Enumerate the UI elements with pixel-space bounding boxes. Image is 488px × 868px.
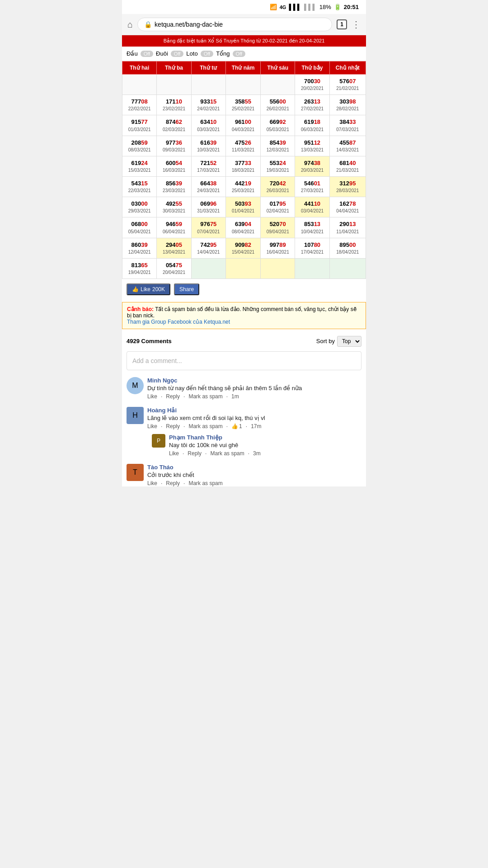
number-suffix: 12 xyxy=(314,139,320,146)
number-prefix: 854 xyxy=(270,139,280,146)
spam-action[interactable]: Mark as spam xyxy=(210,450,244,457)
table-cell: 9978916/04/2021 xyxy=(261,238,295,258)
toggle-dau-btn[interactable]: Off xyxy=(141,51,153,57)
home-icon[interactable]: ⌂ xyxy=(127,19,133,30)
comment-actions: Like · Reply · Mark as spam · 👍1 · 17m xyxy=(147,423,361,429)
cell-date: 26/03/2021 xyxy=(262,188,293,194)
table-cell xyxy=(261,258,295,278)
table-cell: 7215217/03/2021 xyxy=(191,156,225,176)
toggle-duoi-btn[interactable]: Off xyxy=(171,51,183,57)
number-suffix: 38 xyxy=(210,180,216,187)
share-button[interactable]: Share xyxy=(174,283,199,295)
commenter-name[interactable]: Tào Tháo xyxy=(147,464,361,471)
avatar: H xyxy=(127,407,144,424)
cell-date: 24/02/2021 xyxy=(193,106,224,112)
like-action[interactable]: Like xyxy=(147,480,157,486)
reply-action[interactable]: Reply xyxy=(166,423,180,429)
url-bar[interactable]: 🔒 ketqua.net/bang-dac-bie xyxy=(137,18,332,31)
cell-date: 27/03/2021 xyxy=(296,188,328,194)
table-cell: 9767507/04/2021 xyxy=(191,217,225,238)
like-action[interactable]: Like xyxy=(147,423,157,429)
sort-select[interactable]: Top xyxy=(337,336,361,347)
cell-date: 05/04/2021 xyxy=(124,229,155,235)
like-label: Like xyxy=(141,286,150,292)
table-cell xyxy=(191,258,225,278)
spam-action[interactable]: Mark as spam xyxy=(188,423,222,429)
comment-text: Lãng lẽ vào xem cmt rồi đi soi lại kq, t… xyxy=(147,415,361,421)
number-suffix: 07 xyxy=(349,78,356,85)
lock-icon: 🔒 xyxy=(144,21,152,28)
comment-actions: Like · Reply · Mark as spam · 1m xyxy=(147,393,361,400)
number-suffix: 10 xyxy=(210,118,216,125)
number-prefix: 974 xyxy=(304,160,314,166)
comment-input[interactable]: Add a comment... xyxy=(127,351,361,370)
number-prefix: 860 xyxy=(131,241,141,248)
number-suffix: 95 xyxy=(349,180,356,187)
table-cell: 9743820/03/2021 xyxy=(295,156,329,176)
cell-date: 10/04/2021 xyxy=(296,229,328,235)
cell-date: 14/04/2021 xyxy=(193,249,224,255)
table-cell: 6699205/03/2021 xyxy=(261,115,295,136)
reply-action[interactable]: Reply xyxy=(166,480,180,486)
table-cell: 4421925/03/2021 xyxy=(225,176,260,197)
table-cell: 8563923/03/2021 xyxy=(157,176,191,197)
table-cell: 8746202/03/2021 xyxy=(157,115,191,136)
warning-text: Tất cả spam bán số đều là lừa đảo. Những… xyxy=(127,306,357,319)
cell-date: 09/03/2021 xyxy=(158,147,189,153)
cell-date: 15/03/2021 xyxy=(124,167,155,174)
number-prefix: 107 xyxy=(304,241,314,248)
table-cell: 5039301/04/2021 xyxy=(225,197,260,217)
menu-dots-icon[interactable]: ⋮ xyxy=(352,19,361,30)
number-suffix: 00 xyxy=(279,98,286,105)
facebook-like-button[interactable]: 👍 Like 200K xyxy=(127,283,170,295)
cell-date: 07/03/2021 xyxy=(331,127,364,133)
table-cell: 9157701/03/2021 xyxy=(122,115,157,136)
toggle-tong-btn[interactable]: Off xyxy=(233,51,245,57)
table-cell: 0547520/04/2021 xyxy=(157,258,191,278)
number-prefix: 946 xyxy=(166,221,176,227)
number-suffix: 38 xyxy=(314,160,320,166)
number-prefix: 874 xyxy=(166,118,176,125)
spam-action[interactable]: Mark as spam xyxy=(188,393,222,400)
table-row: 7770822/02/20211711023/02/20219331524/02… xyxy=(122,95,366,115)
number-suffix: 70 xyxy=(279,221,286,227)
number-prefix: 619 xyxy=(131,160,141,166)
commenter-name[interactable]: Hoàng Hải xyxy=(147,407,361,414)
toggle-loto-btn[interactable]: Off xyxy=(201,51,213,57)
like-action[interactable]: Like xyxy=(147,393,157,400)
number-suffix: 15 xyxy=(210,98,216,105)
table-cell: 3039828/02/2021 xyxy=(329,95,366,115)
reply-action[interactable]: Reply xyxy=(188,450,202,457)
warning-link[interactable]: Tham gia Group Facebook của Ketqua.net xyxy=(127,319,230,325)
number-suffix: 01 xyxy=(314,180,320,187)
number-prefix: 856 xyxy=(166,180,176,187)
number-prefix: 813 xyxy=(131,262,141,269)
number-prefix: 069 xyxy=(200,200,210,207)
sim-icon: 📶 xyxy=(270,4,277,10)
spam-action[interactable]: Mark as spam xyxy=(188,480,222,486)
commenter-name[interactable]: Minh Ngọc xyxy=(147,377,361,384)
comment-body: Minh Ngọc Dự tính từ nay đến hết tháng s… xyxy=(147,377,361,400)
table-cell xyxy=(157,75,191,95)
number-suffix: 55 xyxy=(176,200,182,207)
reply-name[interactable]: Phạm Thanh Thiệp xyxy=(169,434,361,441)
cell-date: 15/04/2021 xyxy=(227,249,259,255)
header-sun: Chủ nhật xyxy=(329,61,366,75)
number-prefix: 997 xyxy=(270,241,280,248)
number-suffix: 52 xyxy=(210,160,216,166)
table-cell: 5560026/02/2021 xyxy=(261,95,295,115)
like-action[interactable]: Like xyxy=(169,450,179,457)
number-suffix: 26 xyxy=(245,139,251,146)
number-prefix: 664 xyxy=(200,180,210,187)
tab-badge[interactable]: 1 xyxy=(337,19,347,29)
number-prefix: 895 xyxy=(339,241,349,248)
reply-actions: Like · Reply · Mark as spam · 3m xyxy=(169,450,361,457)
number-suffix: 93 xyxy=(245,200,251,207)
toggle-dau-label: Đầu xyxy=(127,50,138,57)
cell-date: 11/04/2021 xyxy=(331,229,364,235)
number-prefix: 455 xyxy=(339,139,349,146)
number-suffix: 75 xyxy=(210,221,216,227)
reply-action[interactable]: Reply xyxy=(166,393,180,400)
table-cell: 8136519/04/2021 xyxy=(122,258,157,278)
number-suffix: 00 xyxy=(141,200,147,207)
